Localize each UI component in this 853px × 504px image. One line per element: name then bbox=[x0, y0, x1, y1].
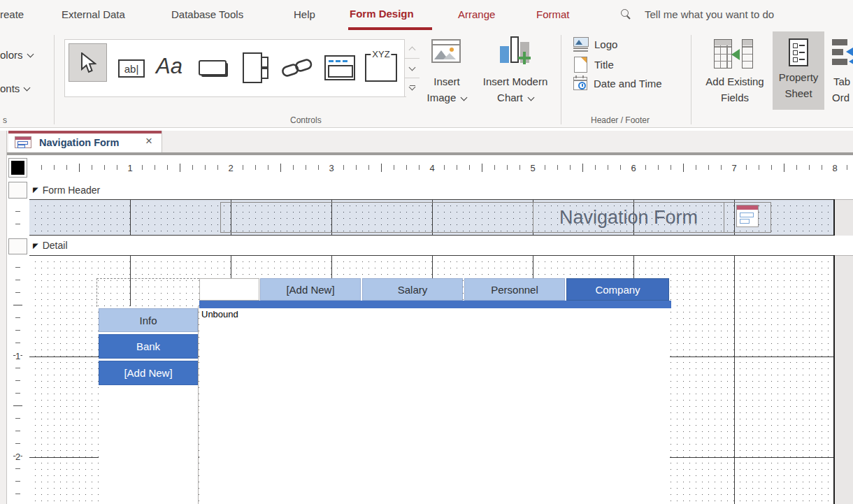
insert-image-button[interactable]: Insert Image bbox=[422, 35, 472, 113]
insert-image-label-1: Insert bbox=[433, 75, 460, 87]
tab-create[interactable]: reate bbox=[0, 8, 24, 20]
form-icon bbox=[15, 136, 31, 148]
nav-subform-area[interactable]: Unbound bbox=[199, 308, 670, 504]
title-button[interactable]: Title bbox=[574, 57, 614, 73]
tab-control-icon bbox=[262, 57, 268, 68]
active-tab-underline bbox=[348, 27, 432, 30]
document-tab[interactable]: Navigation Form × bbox=[8, 131, 162, 152]
textbox-icon: ab| bbox=[124, 63, 139, 75]
nav-tab-company[interactable]: Company bbox=[566, 278, 669, 301]
group-separator bbox=[691, 35, 691, 124]
unbound-label: Unbound bbox=[201, 309, 238, 319]
nav-tab-add-new-vertical[interactable]: [Add New] bbox=[99, 361, 198, 385]
header-footer-group-label: Header / Footer bbox=[591, 115, 650, 125]
button-tool-button[interactable] bbox=[199, 60, 227, 75]
form-header-band[interactable]: Navigation Form bbox=[29, 199, 834, 236]
add-existing-fields-label-2: Fields bbox=[721, 92, 749, 103]
property-sheet-label-1: Property bbox=[779, 71, 819, 83]
form-title-label[interactable]: Navigation Form bbox=[533, 202, 724, 233]
form-right-edge bbox=[833, 255, 835, 504]
insert-image-icon bbox=[431, 39, 461, 63]
tell-me-box[interactable]: Tell me what you want to do bbox=[645, 8, 774, 20]
close-icon[interactable]: × bbox=[145, 134, 152, 148]
nav-bar bbox=[199, 301, 671, 308]
insert-modern-chart-icon bbox=[500, 36, 532, 66]
nav-tab-info[interactable]: Info bbox=[99, 308, 198, 332]
tab-format[interactable]: Format bbox=[536, 8, 570, 20]
horizontal-ruler: 1 2 3 4 5 6 7 8 bbox=[29, 157, 853, 178]
select-tool-button[interactable] bbox=[69, 43, 107, 82]
ruler-number: 6 bbox=[629, 163, 638, 173]
label-icon: Aa bbox=[156, 54, 182, 78]
ruler-number: 7 bbox=[729, 163, 738, 173]
gallery-expand-button[interactable] bbox=[405, 78, 420, 96]
section-marker-icon: ◤ bbox=[33, 186, 38, 194]
hyperlink-icon bbox=[280, 55, 314, 80]
insert-modern-chart-button[interactable]: Insert Modern Chart bbox=[479, 35, 552, 113]
property-sheet-button[interactable]: Property Sheet bbox=[773, 31, 824, 110]
tab-order-button[interactable]: Tab Ord bbox=[829, 35, 853, 113]
left-gutter bbox=[0, 131, 7, 504]
tab-form-design[interactable]: Form Design bbox=[350, 8, 414, 20]
group-separator bbox=[54, 35, 55, 124]
tab-help[interactable]: Help bbox=[294, 8, 315, 20]
tab-control-tool-button[interactable] bbox=[243, 52, 262, 83]
chevron-up-icon bbox=[409, 46, 416, 53]
add-existing-fields-button[interactable]: Add Existing Fields bbox=[701, 35, 768, 113]
ruler-number: 2 bbox=[226, 163, 235, 173]
insert-modern-chart-label-1: Insert Modern bbox=[483, 75, 548, 87]
date-time-button[interactable]: Date and Time bbox=[573, 75, 662, 92]
form-logo-control[interactable] bbox=[736, 205, 759, 227]
tab-order-icon bbox=[832, 39, 853, 70]
outside-form-detail bbox=[834, 255, 853, 504]
ruler-number: 4 bbox=[427, 163, 436, 173]
nav-tab-personnel[interactable]: Personnel bbox=[464, 278, 565, 301]
colors-button[interactable]: olors bbox=[0, 49, 33, 61]
navigation-control-tool-button[interactable] bbox=[324, 55, 355, 80]
tab-arrange[interactable]: Arrange bbox=[458, 8, 495, 20]
ruler-number: 1 bbox=[125, 163, 134, 173]
navigation-control-icon bbox=[329, 60, 334, 62]
gallery-scrollbar bbox=[404, 39, 420, 96]
form-title-text: Navigation Form bbox=[559, 207, 698, 229]
vertical-ruler-header-bar-segment bbox=[8, 182, 27, 199]
vertical-ruler-detail-segment: 1 2 bbox=[8, 255, 27, 504]
gallery-scroll-down-button[interactable] bbox=[405, 59, 420, 78]
outside-form-header bbox=[834, 199, 853, 236]
nav-tab-salary[interactable]: Salary bbox=[362, 278, 463, 301]
nav-tab-bank[interactable]: Bank bbox=[99, 334, 198, 359]
property-sheet-label-2: Sheet bbox=[784, 87, 812, 99]
form-header-section-bar[interactable]: ◤ Form Header bbox=[29, 180, 853, 199]
vertical-ruler-detail-bar-segment bbox=[8, 238, 27, 254]
unbound-object-tool-button[interactable]: XYZ bbox=[365, 54, 397, 82]
chevron-down-icon bbox=[409, 64, 416, 71]
fonts-button[interactable]: onts bbox=[0, 82, 29, 94]
document-tab-accent bbox=[8, 131, 162, 134]
tab-database-tools[interactable]: Database Tools bbox=[171, 8, 243, 20]
insert-modern-chart-label-2: Chart bbox=[497, 92, 523, 103]
logo-button[interactable]: Logo bbox=[573, 37, 617, 51]
group-separator bbox=[561, 35, 561, 124]
detail-band[interactable]: [Add New] Salary Personnel Company Info … bbox=[29, 255, 834, 504]
form-header-section-label: Form Header bbox=[43, 185, 100, 196]
chevron-down-icon bbox=[24, 84, 31, 91]
tab-order-label-2: Ord bbox=[832, 92, 850, 103]
label-tool-button[interactable]: Aa bbox=[156, 54, 182, 79]
hyperlink-tool-button[interactable] bbox=[280, 55, 314, 83]
vertical-ruler-header-segment bbox=[8, 199, 27, 236]
colors-label: olors bbox=[0, 49, 23, 61]
design-work-area: 1 2 3 4 5 6 7 8 1 2 ◤ Form Header bbox=[7, 155, 853, 504]
insert-image-label-2: Image bbox=[427, 92, 457, 103]
nav-tab-add-new-horizontal[interactable]: [Add New] bbox=[260, 278, 361, 301]
detail-section-label: Detail bbox=[43, 240, 68, 251]
document-tab-title: Navigation Form bbox=[39, 137, 119, 148]
gallery-scroll-up-button[interactable] bbox=[405, 39, 420, 59]
detail-section-bar[interactable]: ◤ Detail bbox=[29, 236, 853, 255]
textbox-tool-button[interactable]: ab| bbox=[118, 59, 145, 78]
green-arrow-icon bbox=[731, 49, 740, 60]
date-time-label: Date and Time bbox=[594, 78, 662, 89]
nav-left-column: Info Bank [Add New] bbox=[99, 306, 199, 504]
search-icon bbox=[621, 9, 629, 17]
form-selector-box[interactable] bbox=[8, 158, 27, 178]
tab-external-data[interactable]: External Data bbox=[62, 8, 125, 20]
